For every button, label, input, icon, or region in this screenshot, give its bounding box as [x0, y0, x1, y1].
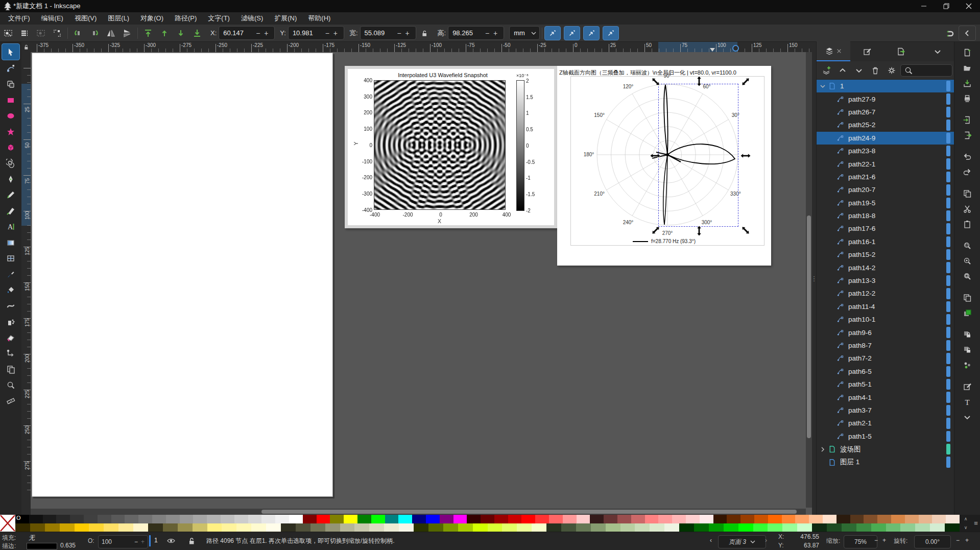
shape-builder-tool[interactable] [2, 76, 19, 92]
palette-swatch[interactable] [473, 523, 488, 532]
undo-button[interactable] [959, 149, 976, 164]
palette-swatch[interactable] [488, 523, 503, 532]
palette-swatch[interactable] [193, 515, 207, 523]
palette-swatch[interactable] [842, 523, 856, 532]
palette-swatch[interactable] [812, 523, 827, 532]
unlock-objects-button[interactable] [959, 342, 976, 357]
palette-swatch[interactable] [768, 523, 782, 532]
palette-swatch[interactable] [317, 515, 330, 523]
palette-swatch[interactable] [809, 515, 823, 523]
palette-swatch[interactable] [877, 515, 891, 523]
more-commands-button[interactable] [959, 410, 976, 425]
palette-swatch[interactable] [138, 515, 152, 523]
palette-swatch[interactable] [178, 523, 193, 532]
palette-swatch[interactable] [617, 515, 631, 523]
palette-swatch[interactable] [148, 523, 163, 532]
palette-swatch[interactable] [111, 515, 125, 523]
lock-objects-button[interactable] [959, 327, 976, 342]
palette-swatch[interactable] [694, 523, 709, 532]
palette-swatch[interactable] [180, 515, 194, 523]
select-all-layers-button[interactable] [16, 26, 33, 40]
flip-horizontal-button[interactable] [103, 26, 119, 40]
palette-swatch[interactable] [856, 523, 871, 532]
snap-bar-collapse-button[interactable] [959, 26, 976, 41]
menu-2[interactable]: 编辑(E) [36, 13, 68, 24]
new-document-button[interactable] [959, 45, 976, 60]
zoom-tool[interactable] [2, 377, 19, 393]
palette-swatch[interactable] [303, 515, 317, 523]
object-row-path26-7[interactable]: path26-7 [817, 106, 954, 118]
palette-swatch[interactable] [606, 523, 620, 532]
object-row-path9-6[interactable]: path9-6 [817, 326, 954, 339]
snapping-button[interactable] [942, 26, 959, 40]
palette-swatch[interactable] [412, 515, 426, 523]
y-plus[interactable]: + [331, 29, 340, 37]
palette-swatch[interactable] [946, 515, 960, 523]
palette-swatch[interactable] [850, 515, 864, 523]
palette-swatch[interactable] [118, 523, 133, 532]
highlight-color-tag[interactable] [946, 366, 950, 377]
selection-handle-ne[interactable] [740, 76, 751, 87]
palette-swatch[interactable] [768, 515, 782, 523]
palette-swatch[interactable] [561, 523, 576, 532]
x-minus[interactable]: − [254, 29, 262, 37]
rotation-plus[interactable]: + [965, 537, 969, 544]
move-up-button[interactable] [835, 63, 850, 78]
zoom-plus[interactable]: + [882, 537, 886, 544]
print-button[interactable] [959, 91, 976, 106]
palette-swatch[interactable] [891, 515, 905, 523]
rectangle-tool[interactable] [2, 92, 19, 108]
menu-7[interactable]: 文字(T) [203, 13, 235, 24]
menu-6[interactable]: 路径(P) [170, 13, 202, 24]
palette-swatch[interactable] [930, 523, 945, 532]
stroke-swatch[interactable] [27, 543, 57, 549]
palette-swatch[interactable] [75, 523, 89, 532]
highlight-color-tag[interactable] [946, 236, 950, 247]
palette-swatch[interactable] [261, 515, 275, 523]
palette-swatch[interactable] [222, 523, 236, 532]
rotation-minus[interactable]: − [956, 537, 960, 544]
palette-swatch[interactable] [645, 515, 659, 523]
paint-bucket-tool[interactable] [2, 282, 19, 298]
connector-tool[interactable] [2, 345, 19, 361]
palette-swatch[interactable] [236, 523, 251, 532]
box3d-tool[interactable] [2, 139, 19, 155]
object-row-path8-7[interactable]: path8-7 [817, 339, 954, 352]
highlight-color-tag[interactable] [946, 444, 950, 455]
paste-button[interactable] [959, 217, 976, 232]
palette-swatch[interactable] [467, 515, 481, 523]
align-dialog-button[interactable] [959, 357, 976, 373]
palette-swatch[interactable] [563, 515, 577, 523]
palette-swatch[interactable] [15, 523, 30, 532]
edit-tab[interactable] [850, 42, 884, 61]
palette-swatch[interactable] [549, 515, 563, 523]
palette-swatch[interactable] [521, 515, 535, 523]
select-all-button[interactable] [0, 26, 16, 40]
palette-swatch[interactable] [440, 515, 453, 523]
highlight-color-tag[interactable] [946, 418, 950, 428]
fill-stroke-dialog-button[interactable] [959, 305, 976, 321]
highlight-color-tag[interactable] [946, 275, 950, 286]
palette-swatch[interactable] [193, 523, 207, 532]
mesh-tool[interactable] [2, 250, 19, 266]
object-row-path13-3[interactable]: path13-3 [817, 274, 954, 287]
objects-search-input[interactable] [900, 64, 952, 77]
object-row-path21-6[interactable]: path21-6 [817, 171, 954, 183]
palette-swatch[interactable] [576, 523, 591, 532]
palette-swatch[interactable] [658, 515, 672, 523]
rotate-cw-button[interactable] [86, 26, 103, 40]
palette-swatch[interactable] [43, 515, 57, 523]
palette-swatch[interactable] [207, 523, 222, 532]
pages-tool[interactable] [2, 361, 19, 377]
highlight-color-tag[interactable] [946, 262, 950, 273]
lower-to-bottom-button[interactable] [189, 26, 205, 40]
object-row-path22-1[interactable]: path22-1 [817, 157, 954, 170]
object-row-path4-1[interactable]: path4-1 [817, 391, 954, 403]
measure-tool[interactable] [2, 393, 19, 409]
horizontal-scrollbar[interactable] [31, 509, 806, 515]
palette-swatch[interactable] [945, 523, 960, 532]
ellipse-tool[interactable] [2, 108, 19, 124]
selection-handle-sw[interactable] [650, 225, 661, 236]
selection-handle-n[interactable] [694, 76, 705, 87]
palette-swatch[interactable] [604, 515, 617, 523]
